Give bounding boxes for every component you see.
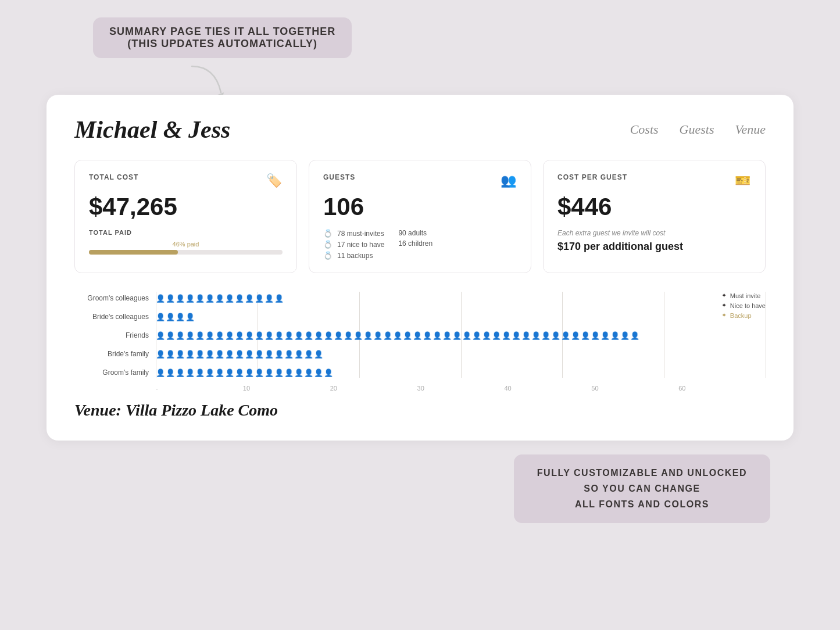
chart-row-friends: Friends 👤 👤 👤 👤 👤 👤 👤 👤 👤 👤 👤	[74, 329, 766, 342]
cost-per-guest-note: Each extra guest we invite will cost	[557, 229, 751, 237]
total-paid-label: TOTAL PAID	[89, 229, 283, 236]
top-callout: SUMMARY PAGE TIES IT ALL TOGETHER (THIS …	[70, 17, 352, 58]
chart-row-groomfamily: Groom's family 👤 👤 👤 👤 👤 👤 👤 👤 👤 👤 👤	[74, 366, 766, 379]
x-label-0: -	[156, 385, 243, 392]
x-label-10: 10	[243, 385, 330, 392]
cost-extra: $170 per additional guest	[557, 241, 751, 253]
progress-bar	[89, 250, 283, 255]
guests-detail: 💍 78 must-invites 💍 17 nice to have 💍 11…	[323, 229, 517, 260]
venue-name: Venue: Villa Pizzo Lake Como	[74, 401, 766, 420]
guests-invites: 💍 78 must-invites 💍 17 nice to have 💍 11…	[323, 229, 384, 260]
chart-wrapper: ✦ Must invite ✦ Nice to have ✦ Backup Gr…	[74, 292, 766, 392]
chart-label-bridefamily: Bride's family	[74, 350, 156, 358]
ring-icon-2: 💍	[323, 240, 333, 249]
chart-label-bridecolleagues: Bride's colleagues	[74, 313, 156, 321]
calculator-icon: 🎫	[735, 173, 751, 188]
chart-label-groomfamily: Groom's family	[74, 368, 156, 377]
nice-to-have-row: 💍 17 nice to have	[323, 240, 384, 249]
x-label-60: 60	[678, 385, 766, 392]
chart-rows: Groom's colleagues 👤 👤 👤 👤 👤 👤 👤 👤 👤 👤	[74, 292, 766, 379]
person-icons-groomcolleagues: 👤 👤 👤 👤 👤 👤 👤 👤 👤 👤 👤 👤 👤	[156, 295, 284, 302]
chart-label-groomcolleagues: Groom's colleagues	[74, 294, 156, 302]
grid-line-60	[766, 292, 766, 378]
chart-label-friends: Friends	[74, 331, 156, 339]
person-icons-bridefamily: 👤 👤 👤 👤 👤 👤 👤 👤 👤 👤 👤 👤 👤 👤	[156, 350, 323, 358]
person-icons-groomfamily: 👤 👤 👤 👤 👤 👤 👤 👤 👤 👤 👤 👤 👤 👤	[156, 369, 333, 377]
chart-row-groomcolleagues: Groom's colleagues 👤 👤 👤 👤 👤 👤 👤 👤 👤 👤	[74, 292, 766, 305]
nav-venue[interactable]: Venue	[735, 122, 766, 137]
total-cost-card: TOTAL COST 🏷️ $47,265 TOTAL PAID 46% pai…	[74, 160, 297, 273]
cost-per-guest-card: COST PER GUEST 🎫 $446 Each extra guest w…	[543, 160, 766, 273]
chart-row-bridecolleagues: Bride's colleagues 👤 👤 👤 👤	[74, 310, 766, 323]
x-label-30: 30	[417, 385, 505, 392]
chart-bar-groomfamily: 👤 👤 👤 👤 👤 👤 👤 👤 👤 👤 👤 👤 👤 👤	[156, 366, 766, 379]
top-callout-line2: (THIS UPDATES AUTOMATICALLY)	[127, 38, 317, 49]
nav-links: Costs Guests Venue	[630, 122, 766, 137]
cost-per-guest-value: $446	[557, 193, 751, 221]
total-cost-value: $47,265	[89, 193, 283, 221]
chart-row-bridefamily: Bride's family 👤 👤 👤 👤 👤 👤 👤 👤 👤 👤 👤	[74, 348, 766, 360]
nav-costs[interactable]: Costs	[630, 122, 659, 137]
guests-icon: 👥	[501, 173, 517, 188]
guests-types: 90 adults 16 children	[398, 229, 432, 248]
person-icons-friends: 👤 👤 👤 👤 👤 👤 👤 👤 👤 👤 👤 👤 👤 👤	[156, 332, 639, 339]
person-icons-bridecolleagues: 👤 👤 👤 👤	[156, 313, 195, 321]
card-header: Michael & Jess Costs Guests Venue	[74, 116, 766, 144]
wedding-title: Michael & Jess	[74, 116, 230, 144]
x-label-50: 50	[591, 385, 678, 392]
chart-bar-friends: 👤 👤 👤 👤 👤 👤 👤 👤 👤 👤 👤 👤 👤 👤	[156, 329, 766, 342]
chart-x-axis: - 10 20 30 40 50 60	[156, 385, 766, 392]
chart-bar-groomcolleagues: 👤 👤 👤 👤 👤 👤 👤 👤 👤 👤 👤 👤 👤	[156, 292, 766, 305]
backups-row: 💍 11 backups	[323, 251, 384, 260]
bottom-callout: FULLY CUSTOMIZABLE AND UNLOCKED SO YOU C…	[514, 454, 770, 523]
progress-fill	[89, 250, 178, 255]
must-invites-row: 💍 78 must-invites	[323, 229, 384, 238]
main-card: Michael & Jess Costs Guests Venue TOTAL …	[47, 95, 793, 441]
nav-guests[interactable]: Guests	[680, 122, 714, 137]
x-label-20: 20	[330, 385, 417, 392]
chart-bar-bridefamily: 👤 👤 👤 👤 👤 👤 👤 👤 👤 👤 👤 👤 👤 👤	[156, 348, 766, 360]
guests-value: 106	[323, 193, 517, 221]
price-tag-icon: 🏷️	[266, 173, 283, 188]
metrics-row: TOTAL COST 🏷️ $47,265 TOTAL PAID 46% pai…	[74, 160, 766, 273]
ring-icon-3: 💍	[323, 251, 333, 260]
ring-icon-1: 💍	[323, 229, 333, 238]
guests-label: GUESTS 👥	[323, 173, 517, 188]
total-cost-label: TOTAL COST 🏷️	[89, 173, 283, 188]
top-callout-line1: SUMMARY PAGE TIES IT ALL TOGETHER	[109, 26, 335, 37]
cost-per-guest-label: COST PER GUEST 🎫	[557, 173, 751, 188]
guests-card: GUESTS 👥 106 💍 78 must-invites 💍 17 nice…	[309, 160, 531, 273]
progress-label: 46% paid	[89, 241, 283, 248]
chart-bar-bridecolleagues: 👤 👤 👤 👤	[156, 310, 766, 323]
x-label-40: 40	[504, 385, 591, 392]
